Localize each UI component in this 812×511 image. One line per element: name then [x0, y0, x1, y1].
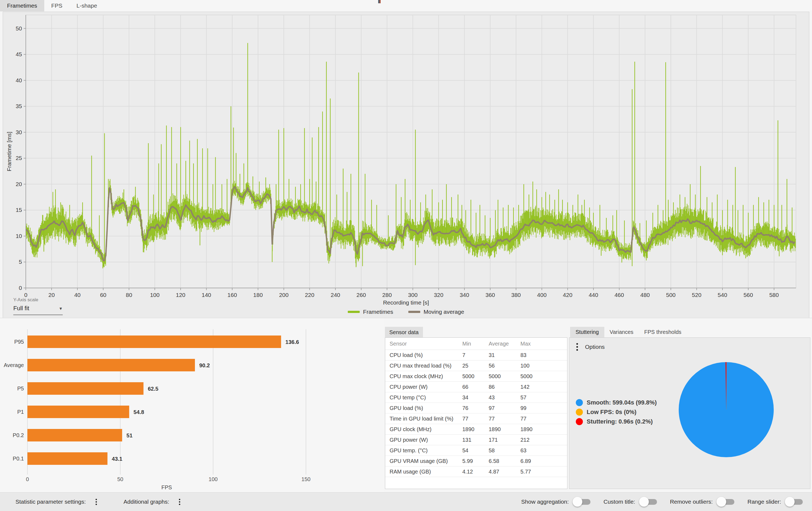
sensor-table-header: SensorMinAverageMax — [385, 338, 567, 350]
sensor-cell: 31 — [484, 352, 516, 358]
svg-text:40: 40 — [16, 77, 22, 83]
svg-text:Frametime [ms]: Frametime [ms] — [6, 132, 12, 171]
sensor-cell: 77 — [484, 415, 516, 422]
sensor-table-row[interactable]: GPU VRAM usage (GB)5.996.586.89 — [385, 456, 567, 466]
tab-stuttering[interactable]: Stuttering — [570, 327, 604, 338]
sensor-table-row[interactable]: GPU power (W)131171212 — [385, 435, 567, 445]
sensor-table-row[interactable]: CPU max thread load (%)2556100 — [385, 360, 567, 371]
svg-text:62.5: 62.5 — [148, 386, 158, 392]
sensor-table-body: CPU load (%)73183CPU max thread load (%)… — [385, 350, 567, 477]
stuttering-pie-chart[interactable] — [678, 361, 774, 458]
fps-percentile-panel: P95136.6Average90.2P562.5P154.8P0.251P0.… — [0, 318, 384, 492]
sensor-cell: CPU temp (°C) — [385, 395, 458, 401]
pie-legend-row: Low FPS: 0s (0%) — [576, 409, 657, 415]
sensor-col-header: Max — [516, 341, 567, 347]
sensor-table-row[interactable]: CPU max clock (MHz)500050005000 — [385, 371, 567, 382]
toggle-switch-range-slider[interactable] — [785, 497, 804, 507]
svg-text:0: 0 — [26, 476, 29, 482]
view-tabbar: Frametimes FPS L-shape — [0, 0, 812, 11]
select-underline — [13, 315, 63, 315]
svg-text:360: 360 — [485, 292, 495, 298]
svg-text:220: 220 — [305, 292, 314, 298]
analysis-tabbar: StutteringVariancesFPS thresholds — [570, 327, 687, 338]
svg-text:P5: P5 — [18, 385, 24, 392]
sensor-cell: 5.99 — [458, 458, 484, 464]
sensor-cell: 1890 — [516, 426, 567, 432]
sensor-table-row[interactable]: GPU load (%)769799 — [385, 403, 567, 413]
svg-text:320: 320 — [434, 292, 443, 298]
frametime-chart[interactable]: 0510152025303540455002040608010012014016… — [3, 12, 809, 317]
toggle-group: Show aggregation: — [521, 497, 591, 507]
sensor-cell: 6.89 — [516, 458, 567, 464]
tab-sensor-data[interactable]: Sensor data — [385, 327, 423, 338]
sensor-cell: 54 — [458, 448, 484, 454]
svg-text:P0.1: P0.1 — [13, 456, 24, 462]
sensor-table-row[interactable]: GPU temp. (°C)545863 — [385, 445, 567, 456]
sensor-cell: RAM usage (GB) — [385, 468, 458, 475]
toggle-knob — [639, 497, 649, 507]
sensor-col-header: Average — [484, 341, 516, 347]
kebab-menu-icon[interactable] — [576, 343, 578, 345]
tab-fps-thresholds[interactable]: FPS thresholds — [639, 327, 687, 338]
toggle-switch-remove-outliers[interactable] — [717, 497, 735, 507]
toggle-knob — [717, 497, 726, 507]
svg-text:240: 240 — [331, 292, 340, 298]
svg-text:30: 30 — [16, 129, 22, 135]
options-label: Options — [585, 344, 605, 350]
stat-settings-kebab-icon[interactable] — [95, 499, 97, 500]
svg-text:560: 560 — [744, 292, 753, 298]
svg-text:580: 580 — [770, 292, 779, 298]
sensor-cell: GPU power (W) — [385, 437, 458, 443]
svg-text:40: 40 — [74, 292, 80, 298]
toggle-label: Custom title: — [604, 499, 635, 505]
sensor-table-row[interactable]: Time in GPU load limit (%)777777 — [385, 413, 567, 424]
toggle-group: Custom title: — [604, 497, 658, 507]
svg-text:140: 140 — [202, 292, 211, 298]
svg-text:FPS: FPS — [162, 484, 172, 490]
sensor-cell: CPU max clock (MHz) — [385, 373, 458, 379]
sensor-table-row[interactable]: GPU clock (MHz)189018901890 — [385, 424, 567, 435]
sensor-table-row[interactable]: CPU temp (°C)344357 — [385, 392, 567, 403]
sensor-cell: 97 — [484, 405, 516, 411]
toggle-label: Remove outliers: — [670, 499, 713, 505]
svg-text:80: 80 — [126, 292, 132, 298]
svg-text:P1: P1 — [18, 409, 24, 415]
sensor-table-row[interactable]: CPU power (W)6686142 — [385, 382, 567, 392]
sensor-cell: 86 — [484, 384, 516, 390]
tab-fps[interactable]: FPS — [44, 0, 69, 11]
additional-graphs-kebab-icon[interactable] — [179, 499, 180, 500]
fps-percentile-chart[interactable]: P95136.6Average90.2P562.5P154.8P0.251P0.… — [0, 318, 384, 492]
sensor-cell: 5000 — [516, 373, 567, 379]
toggle-switch-custom-title[interactable] — [639, 497, 658, 507]
sensor-cell: 6.58 — [484, 458, 516, 464]
tab-frametimes[interactable]: Frametimes — [0, 0, 44, 11]
pie-legend-row: Stuttering: 0.96s (0.2%) — [576, 418, 657, 425]
svg-text:380: 380 — [511, 292, 521, 298]
toggle-switch-show-aggregation[interactable] — [573, 497, 591, 507]
sensor-cell: GPU VRAM usage (GB) — [385, 458, 458, 464]
svg-text:45: 45 — [16, 51, 22, 57]
sensor-cell: 25 — [458, 363, 484, 369]
sensor-cell: GPU temp. (°C) — [385, 448, 458, 454]
tab-variances[interactable]: Variances — [604, 327, 639, 338]
svg-text:150: 150 — [301, 476, 310, 482]
pie-legend-dot — [576, 418, 583, 425]
sensor-table-row[interactable]: RAM usage (GB)4.124.875.77 — [385, 466, 567, 477]
legend-swatch — [348, 311, 360, 313]
svg-text:5: 5 — [19, 259, 22, 265]
sensor-cell: 142 — [516, 384, 567, 390]
svg-text:120: 120 — [176, 292, 185, 298]
svg-text:500: 500 — [666, 292, 676, 298]
sensor-cell: GPU clock (MHz) — [385, 426, 458, 432]
additional-graphs-label: Additional graphs: — [123, 499, 169, 505]
tab-lshape[interactable]: L-shape — [69, 0, 104, 11]
legend-item-1: Moving average — [408, 308, 464, 315]
svg-text:340: 340 — [460, 292, 469, 298]
svg-text:540: 540 — [718, 292, 727, 298]
sensor-cell: 1890 — [484, 426, 516, 432]
svg-text:54.8: 54.8 — [134, 409, 144, 415]
legend-item-0: Frametimes — [348, 308, 393, 315]
sensor-table-row[interactable]: CPU load (%)73183 — [385, 350, 567, 360]
legend-label: Frametimes — [363, 308, 393, 315]
y-axis-scale-select[interactable]: Full fit ▼ — [13, 305, 63, 312]
